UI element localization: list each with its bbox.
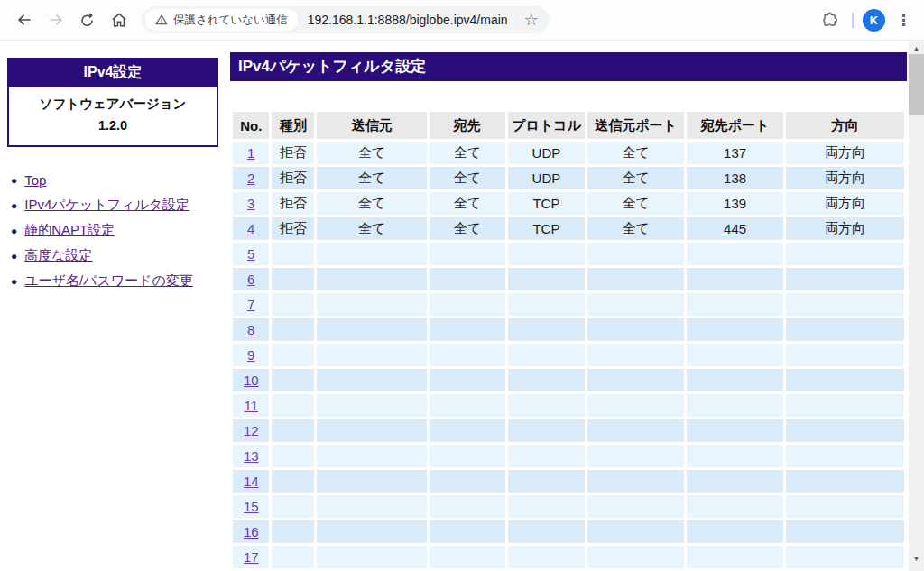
sidebar-link[interactable]: IPv4パケットフィルタ設定: [24, 197, 189, 214]
cell: [272, 419, 314, 442]
cell: 全て: [587, 167, 684, 189]
row-number-link[interactable]: 12: [244, 423, 259, 438]
cell: [687, 369, 783, 391]
cell: [317, 293, 426, 316]
sidebar-link[interactable]: ユーザ名/パスワードの変更: [24, 272, 193, 290]
software-version: ソフトウェアバージョン 1.2.0: [9, 87, 217, 145]
cell: 全て: [430, 217, 505, 240]
table-row: 4拒否全て全てTCP全て445両方向: [233, 217, 904, 240]
cell: [786, 243, 904, 265]
address-bar[interactable]: 保護されていない通信 192.168.1.1:8888/biglobe.ipv4…: [142, 6, 550, 33]
home-button[interactable]: [104, 5, 134, 35]
cell: [430, 495, 505, 518]
scrollbar-thumb[interactable]: [909, 54, 924, 115]
cell: [272, 394, 314, 417]
table-header-row: No.種別送信元宛先プロトコル送信元ポート宛先ポート方向: [233, 112, 904, 139]
row-number-link[interactable]: 11: [244, 398, 258, 413]
cell: 拒否: [272, 192, 314, 215]
cell: UDP: [508, 142, 585, 164]
table-row: 1拒否全て全てUDP全て137両方向: [233, 142, 904, 164]
table-row: 10: [233, 369, 904, 391]
cell: [508, 268, 585, 290]
cell: 全て: [430, 192, 505, 215]
bullet-icon: ●: [11, 250, 17, 262]
cell: 拒否: [272, 167, 314, 189]
row-number-link[interactable]: 17: [244, 549, 259, 565]
column-header: プロトコル: [508, 112, 585, 139]
back-button[interactable]: [9, 5, 39, 35]
forward-icon: [47, 11, 65, 29]
scroll-down-arrow[interactable]: ▼: [909, 552, 924, 566]
sidebar-nav-item: ●IPv4パケットフィルタ設定: [7, 193, 218, 218]
cell: UDP: [508, 167, 585, 189]
cell: 拒否: [272, 142, 314, 164]
row-number-link[interactable]: 8: [247, 322, 254, 337]
row-number-link[interactable]: 9: [247, 347, 254, 363]
scroll-up-arrow[interactable]: ▲: [909, 41, 924, 55]
cell: [786, 268, 904, 290]
cell: [508, 419, 585, 442]
row-number-link[interactable]: 2: [247, 170, 254, 186]
cell: [317, 318, 426, 341]
bookmark-star-icon[interactable]: ☆: [521, 12, 542, 28]
url-text[interactable]: 192.168.1.1:8888/biglobe.ipv4/main: [308, 13, 521, 27]
cell: [430, 394, 505, 417]
table-body: 1拒否全て全てUDP全て137両方向2拒否全て全てUDP全て138両方向3拒否全…: [233, 142, 904, 568]
forward-button[interactable]: [41, 5, 70, 35]
row-number-link[interactable]: 1: [247, 145, 254, 161]
row-number-link[interactable]: 7: [247, 297, 254, 312]
cell: 両方向: [786, 142, 904, 164]
puzzle-icon: [821, 11, 839, 29]
browser-toolbar: 保護されていない通信 192.168.1.1:8888/biglobe.ipv4…: [0, 0, 924, 41]
row-number-link[interactable]: 10: [244, 373, 259, 388]
filter-table: No.種別送信元宛先プロトコル送信元ポート宛先ポート方向 1拒否全て全てUDP全…: [230, 109, 907, 571]
row-number-link[interactable]: 3: [247, 196, 254, 211]
cell: [587, 495, 684, 518]
cell: 両方向: [786, 167, 904, 189]
cell-row-number: 13: [233, 445, 269, 467]
column-header: 宛先: [430, 112, 505, 139]
sidebar-link[interactable]: 静的NAPT設定: [24, 222, 115, 239]
cell: [430, 293, 505, 316]
cell: [430, 344, 505, 366]
cell-row-number: 3: [233, 192, 269, 215]
extensions-button[interactable]: [815, 5, 845, 35]
row-number-link[interactable]: 13: [244, 448, 259, 464]
sidebar-link[interactable]: 高度な設定: [24, 247, 92, 264]
cell: [317, 369, 426, 391]
bullet-icon: ●: [11, 275, 17, 288]
cell: [687, 419, 783, 442]
cell: [317, 546, 426, 568]
cell-row-number: 15: [233, 495, 269, 518]
cell: [430, 470, 505, 493]
cell: [272, 293, 314, 316]
toolbar-divider: [852, 13, 854, 28]
row-number-link[interactable]: 6: [247, 272, 254, 287]
menu-button[interactable]: ⋮: [891, 11, 917, 30]
cell-row-number: 5: [233, 243, 269, 265]
cell: [786, 394, 904, 417]
cell: 全て: [317, 192, 426, 215]
column-header: No.: [233, 112, 269, 139]
row-number-link[interactable]: 14: [244, 474, 259, 489]
security-chip[interactable]: 保護されていない通信: [145, 9, 298, 31]
profile-avatar[interactable]: K: [863, 9, 885, 32]
row-number-link[interactable]: 15: [244, 499, 259, 514]
cell: [272, 470, 314, 493]
cell: [317, 495, 426, 518]
cell: [430, 520, 505, 543]
vertical-scrollbar[interactable]: ▲ ▼: [909, 41, 924, 571]
row-number-link[interactable]: 5: [247, 246, 254, 262]
bullet-icon: ●: [11, 225, 17, 237]
row-number-link[interactable]: 16: [244, 524, 259, 539]
version-value: 1.2.0: [9, 115, 217, 137]
cell: [587, 419, 684, 442]
row-number-link[interactable]: 4: [247, 221, 254, 236]
sidebar-link[interactable]: Top: [24, 172, 46, 188]
table-row: 12: [233, 419, 904, 442]
cell-row-number: 11: [233, 394, 269, 417]
profile-initial: K: [870, 14, 878, 27]
reload-button[interactable]: [72, 5, 102, 35]
cell: [786, 546, 904, 568]
cell: [687, 394, 783, 417]
